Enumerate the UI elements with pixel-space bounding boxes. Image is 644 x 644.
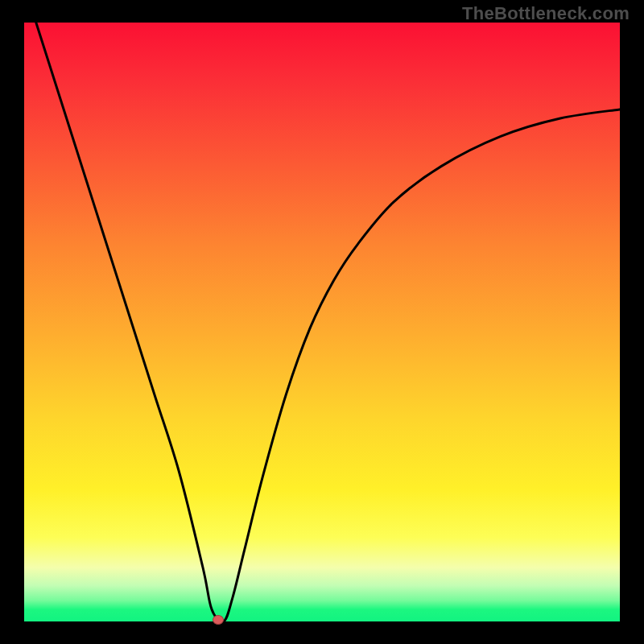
plot-gradient-background <box>24 23 620 621</box>
chart-frame: TheBottleneck.com <box>0 0 644 644</box>
watermark-label: TheBottleneck.com <box>462 3 630 24</box>
minimum-marker <box>213 615 224 625</box>
